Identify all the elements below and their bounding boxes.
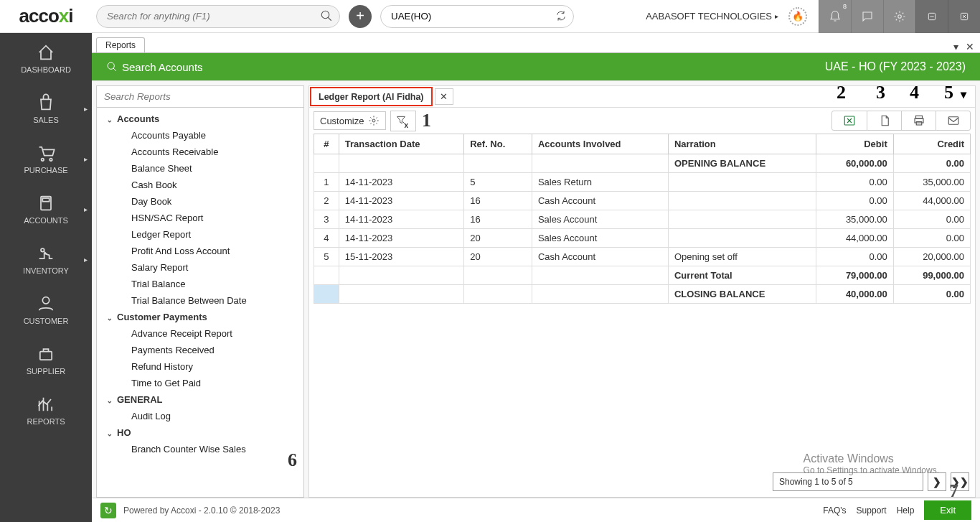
faq-link[interactable]: FAQ's xyxy=(823,505,846,516)
svg-rect-27 xyxy=(916,122,922,126)
table-row[interactable]: 114-11-20235Sales Return0.0035,000.00 xyxy=(314,173,971,192)
tree-item[interactable]: Cash Book xyxy=(97,177,303,193)
tree-item[interactable]: Day Book xyxy=(97,193,303,210)
tree-item[interactable]: Accounts Receivable xyxy=(97,144,303,160)
annotation-1: 1 xyxy=(422,110,431,131)
ledger-subtab-close[interactable]: ✕ xyxy=(435,88,453,105)
export-pdf-button[interactable] xyxy=(867,111,901,130)
tree-item[interactable]: HSN/SAC Report xyxy=(97,210,303,226)
ledger-panel: Ledger Report (Al Fidha) ✕ 2 3 4 5 ▾ Cus… xyxy=(308,85,976,498)
ledger-subtab[interactable]: Ledger Report (Al Fidha) xyxy=(310,87,433,106)
nav-dashboard[interactable]: DASHBOARD xyxy=(0,33,92,83)
svg-point-9 xyxy=(42,159,44,162)
ledger-table: #Transaction DateRef. No.Accounts Involv… xyxy=(314,134,971,304)
tree-item[interactable]: Branch Counter Wise Sales xyxy=(97,441,303,457)
chevron-right-icon: ▸ xyxy=(84,205,88,213)
nav-icon xyxy=(36,394,56,414)
footer-logo-icon: ↻ xyxy=(100,503,116,518)
notification-fire-icon[interactable]: 🔥 xyxy=(788,7,807,26)
table-row[interactable]: 214-11-202316Cash Account0.0044,000.00 xyxy=(314,192,971,210)
help-link[interactable]: Help xyxy=(897,505,915,516)
minimize-button[interactable] xyxy=(915,0,948,33)
col-header[interactable]: Credit xyxy=(893,134,970,154)
table-row[interactable]: OPENING BALANCE60,000.000.00 xyxy=(314,154,971,173)
clear-filter-button[interactable]: x xyxy=(390,111,416,131)
nav-inventory[interactable]: INVENTORY▸ xyxy=(0,234,92,284)
nav-reports[interactable]: REPORTS xyxy=(0,385,92,435)
nav-customer[interactable]: CUSTOMER xyxy=(0,284,92,335)
tree-category[interactable]: Customer Payments xyxy=(97,309,303,325)
tree-item[interactable]: Trial Balance xyxy=(97,276,303,292)
tree-item[interactable]: Ledger Report xyxy=(97,226,303,243)
close-button[interactable] xyxy=(948,0,980,33)
col-header[interactable]: Narration xyxy=(668,134,816,154)
chat-button[interactable] xyxy=(851,0,883,33)
support-link[interactable]: Support xyxy=(857,505,887,516)
company-selector[interactable]: AABASOFT TECHNOLOGIES ▸ xyxy=(646,11,778,22)
tree-item[interactable]: Accounts Payable xyxy=(97,127,303,144)
tree-item[interactable]: Payments Received xyxy=(97,342,303,358)
nav-label: INVENTORY xyxy=(23,266,69,275)
table-row[interactable]: 414-11-202320Sales Account44,000.000.00 xyxy=(314,229,971,248)
tree-item[interactable]: Time to Get Paid xyxy=(97,375,303,391)
tree-category[interactable]: GENERAL xyxy=(97,391,303,408)
chevron-right-icon: ▸ xyxy=(84,155,88,163)
bell-button[interactable]: 8 xyxy=(819,0,851,33)
tree-category[interactable]: HO xyxy=(97,424,303,441)
tree-item[interactable]: Profit And Loss Account xyxy=(97,243,303,259)
email-button[interactable] xyxy=(936,111,970,130)
sync-icon[interactable] xyxy=(555,10,567,22)
tree-item[interactable]: Refund History xyxy=(97,358,303,375)
top-icon-bar: 8 xyxy=(819,0,915,33)
main-area: Reports ▾ ✕ Search Accounts UAE - HO (FY… xyxy=(92,33,980,522)
table-row[interactable]: 314-11-202316Sales Account35,000.000.00 xyxy=(314,210,971,229)
nav-accounts[interactable]: ACCOUNTS▸ xyxy=(0,184,92,234)
tab-menu-icon[interactable]: ▾ xyxy=(953,41,958,52)
table-row[interactable]: 515-11-202320Cash AccountOpening set off… xyxy=(314,248,971,266)
branch-input[interactable] xyxy=(380,5,574,28)
footer-bar: ↻ Powered by Accoxi - 2.0.10 © 2018-2023… xyxy=(92,498,980,522)
tab-reports[interactable]: Reports xyxy=(96,37,145,52)
col-header[interactable]: Debit xyxy=(816,134,893,154)
nav-icon xyxy=(36,344,56,364)
nav-purchase[interactable]: PURCHASE▸ xyxy=(0,134,92,184)
tree-item[interactable]: Advance Receipt Report xyxy=(97,325,303,342)
nav-supplier[interactable]: SUPPLIER xyxy=(0,335,92,385)
pagination: 6 Showing 1 to 5 of 5 ❯ ❯❯ xyxy=(309,467,975,497)
subtab-menu-caret[interactable]: ▾ xyxy=(961,88,966,101)
tab-close-all-icon[interactable]: ✕ xyxy=(966,41,974,52)
customize-button[interactable]: Customize xyxy=(314,111,386,130)
global-search-input[interactable] xyxy=(96,5,340,28)
search-reports-input[interactable] xyxy=(97,86,303,107)
search-icon[interactable] xyxy=(320,9,333,22)
table-row[interactable]: Current Total79,000.0099,000.00 xyxy=(314,266,971,285)
col-header[interactable]: Ref. No. xyxy=(464,134,532,154)
tree-item[interactable]: Salary Report xyxy=(97,259,303,276)
search-accounts-button[interactable]: Search Accounts xyxy=(106,61,203,73)
settings-button[interactable] xyxy=(883,0,915,33)
nav-sales[interactable]: SALES▸ xyxy=(0,83,92,134)
nav-label: SUPPLIER xyxy=(27,367,65,376)
col-header[interactable]: Accounts Involved xyxy=(532,134,668,154)
col-header[interactable]: Transaction Date xyxy=(339,134,463,154)
export-excel-button[interactable] xyxy=(832,111,867,130)
tree-item[interactable]: Trial Balance Between Date xyxy=(97,292,303,309)
logo-text-i: i xyxy=(68,5,72,27)
col-header[interactable]: # xyxy=(314,134,339,154)
tree-item[interactable]: Audit Log xyxy=(97,408,303,424)
tree-category[interactable]: Accounts xyxy=(97,111,303,127)
print-button[interactable] xyxy=(901,111,936,130)
tree-item[interactable]: Balance Sheet xyxy=(97,160,303,177)
nav-label: CUSTOMER xyxy=(24,317,69,325)
global-search xyxy=(96,5,340,28)
pagination-status: Showing 1 to 5 of 5 xyxy=(773,472,923,491)
annotation-3: 3 xyxy=(876,82,885,103)
footer-text: Powered by Accoxi - 2.0.10 © 2018-2023 xyxy=(123,505,280,516)
table-row[interactable]: CLOSING BALANCE40,000.000.00 xyxy=(314,285,971,304)
exit-button[interactable]: Exit xyxy=(924,500,971,520)
report-header-bar: Search Accounts UAE - HO (FY 2023 - 2023… xyxy=(92,53,980,80)
page-next-button[interactable]: ❯ xyxy=(928,472,946,491)
annotation-6: 6 xyxy=(288,449,297,471)
nav-label: REPORTS xyxy=(27,417,65,426)
add-button[interactable]: + xyxy=(349,5,372,28)
